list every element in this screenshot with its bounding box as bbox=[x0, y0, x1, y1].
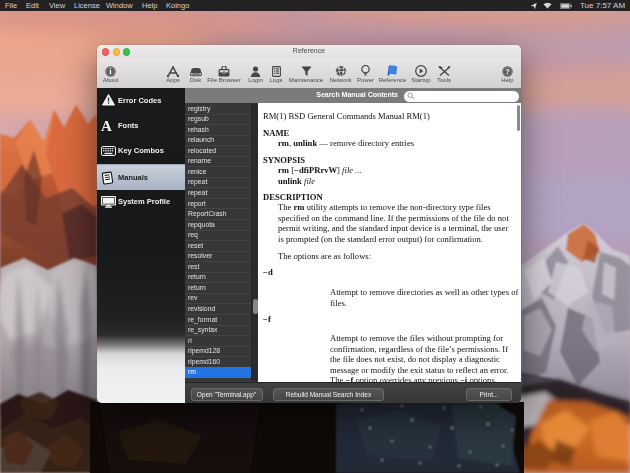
svg-text:?: ? bbox=[505, 67, 510, 76]
